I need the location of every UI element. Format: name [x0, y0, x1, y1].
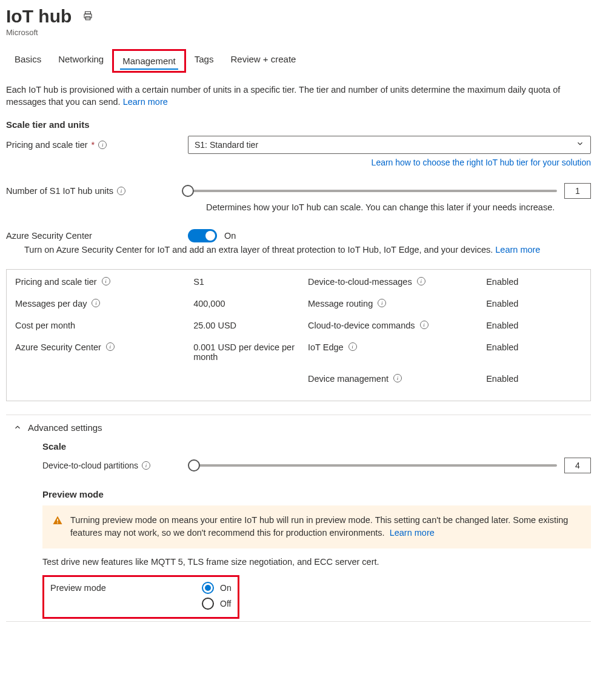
info-icon[interactable]: i — [117, 187, 125, 195]
preview-description: Test drive new features like MQTT 5, TLS… — [42, 557, 591, 567]
summary-label: Azure Security Center — [15, 342, 101, 352]
summary-label: Device-to-cloud-messages — [308, 277, 412, 287]
units-label: Number of S1 IoT hub units — [6, 186, 113, 196]
pricing-tier-select[interactable]: S1: Standard tier — [188, 136, 591, 154]
info-icon[interactable]: i — [393, 374, 402, 382]
units-value-box[interactable]: 1 — [564, 183, 591, 199]
preview-warning-alert: Turning preview mode on means your entir… — [42, 505, 591, 549]
preview-radio-off[interactable] — [202, 598, 214, 610]
tier-help-link[interactable]: Learn how to choose the right IoT hub ti… — [372, 158, 591, 167]
summary-label: IoT Edge — [308, 342, 344, 352]
summary-value: Enabled — [486, 342, 582, 362]
summary-value: 25.00 USD — [193, 321, 302, 330]
summary-label: Device management — [308, 374, 389, 384]
info-icon[interactable]: i — [420, 321, 429, 329]
summary-value: 0.001 USD per device per month — [193, 342, 302, 362]
chevron-down-icon — [576, 139, 584, 150]
preview-off-label: Off — [220, 599, 231, 608]
info-icon[interactable]: i — [349, 342, 357, 351]
tab-review-create[interactable]: Review + create — [222, 49, 304, 73]
preview-warning-learn-more-link[interactable]: Learn more — [390, 528, 435, 538]
preview-radio-on[interactable] — [202, 582, 214, 594]
preview-mode-heading: Preview mode — [42, 489, 591, 499]
info-icon[interactable]: i — [92, 299, 100, 307]
asc-learn-more-link[interactable]: Learn more — [495, 245, 540, 255]
info-icon[interactable]: i — [417, 277, 425, 285]
info-icon[interactable]: i — [98, 141, 107, 149]
required-marker: * — [92, 140, 95, 150]
print-icon[interactable] — [82, 10, 93, 23]
partitions-slider[interactable] — [194, 464, 557, 467]
preview-mode-label: Preview mode — [50, 582, 202, 593]
units-slider[interactable] — [188, 190, 557, 192]
chevron-up-icon — [13, 423, 22, 432]
warning-icon — [52, 514, 63, 541]
summary-label: Pricing and scale tier — [15, 277, 97, 287]
svg-rect-3 — [57, 519, 58, 522]
svg-rect-0 — [85, 12, 91, 14]
intro-text: Each IoT hub is provisioned with a certa… — [6, 84, 591, 108]
asc-label: Azure Security Center — [6, 231, 92, 241]
partitions-label: Device-to-cloud partitions — [42, 461, 138, 470]
partitions-value-box[interactable]: 4 — [564, 458, 591, 473]
summary-value: Enabled — [486, 321, 582, 330]
info-icon[interactable]: i — [106, 342, 115, 351]
info-icon[interactable]: i — [142, 461, 150, 470]
pricing-tier-value: S1: Standard tier — [195, 140, 258, 150]
summary-label: Cost per month — [15, 321, 75, 330]
adv-scale-heading: Scale — [42, 441, 591, 452]
summary-panel: Pricing and scale tieri S1 Device-to-clo… — [6, 269, 591, 401]
asc-description: Turn on Azure Security Center for IoT an… — [24, 245, 493, 255]
summary-value: Enabled — [486, 374, 582, 384]
info-icon[interactable]: i — [102, 277, 110, 285]
pricing-tier-label: Pricing and scale tier — [6, 140, 88, 150]
summary-value: Enabled — [486, 299, 582, 308]
slider-thumb[interactable] — [182, 185, 194, 197]
summary-label: Message routing — [308, 299, 373, 308]
intro-learn-more-link[interactable]: Learn more — [123, 97, 168, 107]
summary-value: S1 — [193, 277, 302, 287]
summary-label: Cloud-to-device commands — [308, 321, 415, 330]
preview-on-label: On — [220, 583, 232, 593]
asc-toggle-state: On — [224, 231, 236, 241]
svg-rect-4 — [57, 522, 58, 524]
summary-value: Enabled — [486, 277, 582, 287]
tabs: Basics Networking Management Tags Review… — [6, 49, 591, 73]
asc-toggle[interactable] — [188, 229, 217, 242]
tab-networking[interactable]: Networking — [50, 49, 112, 73]
advanced-settings-toggle[interactable]: Advanced settings — [13, 422, 591, 433]
summary-value: 400,000 — [193, 299, 302, 308]
tab-management[interactable]: Management — [114, 51, 184, 71]
units-help-text: Determines how your IoT hub can scale. Y… — [206, 202, 591, 212]
slider-thumb[interactable] — [188, 459, 200, 472]
info-icon[interactable]: i — [378, 299, 386, 307]
tab-tags[interactable]: Tags — [186, 49, 222, 73]
summary-label: Messages per day — [15, 299, 87, 308]
page-title: IoT hub — [6, 6, 72, 27]
page-subtitle: Microsoft — [6, 28, 591, 37]
tab-basics[interactable]: Basics — [6, 49, 50, 73]
scale-heading: Scale tier and units — [6, 119, 591, 130]
